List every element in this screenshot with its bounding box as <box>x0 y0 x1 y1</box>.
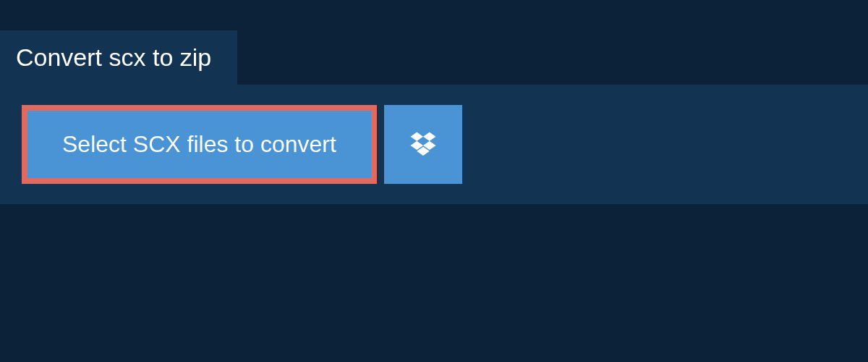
button-row: Select SCX files to convert <box>22 105 846 184</box>
tab-label: Convert scx to zip <box>16 43 211 71</box>
select-files-button[interactable]: Select SCX files to convert <box>22 105 377 184</box>
dropbox-button[interactable] <box>384 105 462 184</box>
convert-panel: Select SCX files to convert <box>0 85 868 204</box>
tab-convert[interactable]: Convert scx to zip <box>0 30 237 85</box>
select-files-label: Select SCX files to convert <box>62 131 336 158</box>
dropbox-icon <box>408 130 438 160</box>
